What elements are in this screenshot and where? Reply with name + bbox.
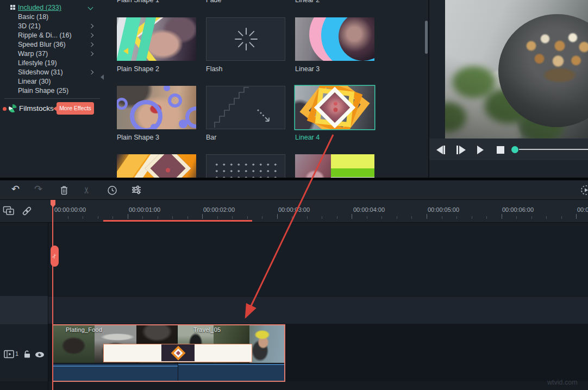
prev-frame-icon: [443, 146, 445, 154]
chevron-right-icon[interactable]: [89, 24, 93, 28]
art-layer: [123, 48, 128, 54]
redo-button[interactable]: ↷: [34, 184, 42, 194]
sidebar-item-speed-blur[interactable]: Speed Blur (36): [18, 41, 66, 49]
audio-waveform-line: [53, 366, 178, 367]
prev-frame-button[interactable]: [436, 146, 443, 154]
lock-icon: [23, 350, 31, 358]
transition-label-clipped: Fade: [206, 0, 222, 4]
empty-track-space: [0, 223, 588, 296]
audio-clip-travel-05[interactable]: [178, 364, 285, 381]
transition-label: Plain Shape 2: [117, 65, 159, 73]
timeline-bottom-strip: [0, 381, 588, 390]
transition-thumb-plain-shape-2[interactable]: [117, 17, 196, 61]
sidebar-item-lifestyle[interactable]: Lifestyle (19): [18, 59, 57, 68]
undo-button[interactable]: ↶: [11, 184, 20, 194]
transition-thumb-flash[interactable]: [206, 17, 285, 61]
chevron-down-icon[interactable]: [88, 5, 93, 10]
next-frame-icon: [456, 146, 458, 154]
transition-label-clipped: Linear 2: [295, 0, 320, 4]
chevron-right-icon[interactable]: [89, 52, 93, 56]
sidebar-divider: [4, 98, 100, 99]
redo-icon: ↷: [34, 184, 42, 194]
transition-label-selected: Linear 4: [295, 134, 320, 141]
track-type-button: [4, 350, 15, 361]
delete-button[interactable]: [59, 185, 69, 197]
ruler-timestamp: 00:00:02:00: [203, 206, 235, 213]
transition-thumb-plain-shape-3[interactable]: [117, 86, 196, 129]
art-layer: [212, 159, 279, 178]
art-layer: [130, 100, 162, 129]
transition-drop-zone[interactable]: [103, 344, 252, 362]
audio-waveform-line: [178, 364, 285, 365]
transition-thumb-row4-1[interactable]: [117, 154, 196, 178]
play-icon: [477, 146, 484, 154]
art-layer: [179, 119, 187, 128]
ruler-timestamp: 00:0: [577, 206, 588, 213]
sidebar-item-basic[interactable]: Basic (18): [18, 13, 48, 22]
sidebar-item-included[interactable]: Included (233): [18, 4, 61, 12]
chevron-right-icon[interactable]: [89, 33, 93, 37]
preview-video: [445, 0, 588, 139]
track-header-divider: [48, 223, 48, 390]
filmstocks-link[interactable]: Filmstocks: [19, 104, 54, 112]
ruler-timestamp: 00:00:03:00: [278, 206, 310, 213]
render-range-indicator: [103, 220, 252, 222]
link-icon: [22, 206, 32, 216]
play-button[interactable]: [477, 146, 484, 154]
art-layer: [331, 168, 374, 177]
clip-frame: [249, 325, 285, 363]
transition-thumb-linear-4-selected[interactable]: [295, 86, 374, 129]
playhead-split-handle[interactable]: ✂: [51, 246, 59, 267]
lock-track-button[interactable]: [23, 350, 31, 360]
sidebar-item-slideshow[interactable]: Slideshow (31): [18, 68, 63, 77]
duration-button[interactable]: [107, 185, 117, 197]
seek-bar[interactable]: [519, 149, 588, 150]
seek-handle[interactable]: [511, 146, 518, 153]
bar-stairs-icon: [207, 86, 285, 129]
scissors-icon: ✂: [51, 252, 59, 260]
transition-clip-linear-4[interactable]: [161, 344, 195, 361]
prev-frame-icon: [436, 146, 443, 154]
art-layer: [331, 154, 374, 168]
art-layer: [151, 124, 157, 129]
split-icon: ✂: [83, 186, 91, 193]
toggle-visibility-button[interactable]: [35, 351, 45, 360]
sidebar-item-linear[interactable]: Linear (30): [18, 78, 51, 86]
audio-clip-plating-food[interactable]: [53, 364, 178, 381]
add-to-track-button[interactable]: [3, 205, 15, 218]
sidebar-item-plain-shape[interactable]: Plain Shape (25): [18, 87, 68, 96]
sidebar-item-3d[interactable]: 3D (21): [18, 22, 41, 31]
sidebar-item-warp[interactable]: Warp (37): [18, 50, 48, 59]
transition-thumb-row4-2[interactable]: [206, 154, 285, 178]
clip-name-label: Travel_05: [193, 326, 221, 333]
chevron-right-icon[interactable]: [89, 42, 93, 47]
grid-scrollbar[interactable]: [425, 21, 428, 54]
chevron-right-icon[interactable]: [89, 70, 93, 74]
sidebar-item-ripple[interactable]: Ripple & Di... (16): [18, 32, 72, 40]
transition-thumb-bar[interactable]: [206, 86, 285, 129]
ruler-timestamp: 00:00:06:00: [502, 206, 534, 213]
more-effects-badge[interactable]: More Effects: [57, 102, 94, 115]
preview-panel: [429, 0, 588, 178]
transition-thumb-linear-3[interactable]: [295, 17, 374, 61]
transition-thumb-row4-3[interactable]: [295, 154, 374, 178]
art-layer: [295, 154, 331, 178]
transition-label: Flash: [206, 65, 223, 73]
ruler-timestamp: 00:00:04:00: [353, 206, 385, 213]
visibility-icon: [35, 351, 45, 358]
stop-button[interactable]: [497, 146, 504, 154]
split-button[interactable]: ✂: [83, 186, 90, 194]
render-preview-button[interactable]: [580, 185, 588, 197]
delete-icon: [59, 185, 69, 196]
transition-label: Plain Shape 3: [117, 134, 159, 141]
ruler-ticks-major: [53, 214, 588, 219]
next-frame-button[interactable]: [456, 146, 466, 154]
link-button[interactable]: [22, 206, 32, 218]
panel-collapse-icon[interactable]: [101, 74, 104, 80]
undo-icon: ↶: [11, 184, 20, 194]
track-type-icon: [4, 350, 15, 359]
adjust-button[interactable]: [131, 185, 142, 196]
empty-track-row[interactable]: [0, 296, 588, 324]
transition-label: Linear 3: [295, 65, 320, 73]
video-editor-window: Included (233) Basic (18) 3D (21) Ripple…: [0, 0, 588, 390]
